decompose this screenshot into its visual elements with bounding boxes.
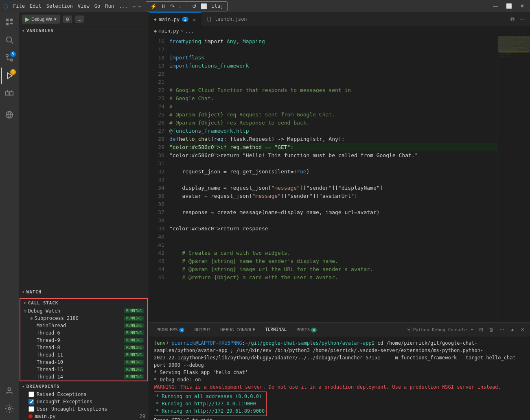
code-line: # [169,103,497,111]
more-panel-btn[interactable]: ⋯ [497,326,506,333]
app-layout: 5 1 ▶ Debug Wa ▾ ⚙ [0,12,530,420]
terminal-content[interactable]: (env) pierrick@LAPTOP-HKU5PNNG:~/git/goo… [149,337,530,420]
split-editor-btn[interactable]: ⧉ [509,15,516,24]
watch-section: ▾ WATCH [19,287,149,297]
more-btn[interactable]: ... [75,15,84,23]
source-control-icon[interactable]: 5 [1,50,18,66]
line-numbers: 1617181920212223242526272829303132333435… [149,36,169,322]
bp-checkbox[interactable] [28,392,34,397]
tab-main-py[interactable]: ◆ main.py 2 ✕ [149,12,201,26]
call-stack-item[interactable]: ⚙Subprocess 2180RUNNING [20,315,147,322]
explorer-icon[interactable] [1,14,18,30]
panel-tab-output[interactable]: OUTPUT [190,326,215,334]
delete-terminal-btn[interactable]: 🗑 [487,326,496,333]
line-number: 39 [149,225,164,233]
console-label: Python Debug Console [407,327,467,332]
call-stack-item[interactable]: Thread-11RUNNING [20,351,147,359]
search-icon[interactable] [1,32,18,48]
panel-tab-terminal[interactable]: TERMINAL [261,325,291,334]
call-stack-section: ▾ CALL STACK ⚙Debug WatchRUNNING⚙Subproc… [20,298,148,381]
minimap: from typing import Any, Mapping import f… [497,36,530,322]
menu-selection[interactable]: Selection [46,3,73,9]
maximize-panel-btn[interactable]: ▲ [508,326,517,333]
call-stack-item[interactable]: ⚙Debug WatchRUNNING [20,307,147,315]
term-line-2: * Serving Flask app 'hello_chat' [154,369,525,376]
debug-pause[interactable]: ⚡ [149,2,158,10]
call-stack-header[interactable]: ▾ CALL STACK [20,299,147,307]
code-line: # @param {Object} req Request sent from … [169,111,497,119]
call-stack-item[interactable]: Thread-15RUNNING [20,366,147,373]
menu-more[interactable]: ... [119,3,128,9]
extensions-icon[interactable] [1,85,18,102]
call-stack-item[interactable]: Thread-9RUNNING [20,337,147,344]
breakpoint-item[interactable]: User Uncaught Exceptions [19,405,149,413]
split-terminal-btn[interactable]: ⊟ [477,326,485,333]
bp-chevron: ▾ [22,384,25,389]
breakpoint-item[interactable]: main.py29 [19,413,149,420]
item-text: Subprocess 2180 [35,315,79,321]
call-stack-item[interactable]: Thread-10RUNNING [20,359,147,366]
breakpoints-header[interactable]: ▾ BREAKPOINTS [19,382,149,391]
debug-step-out[interactable]: ↑ [184,2,190,10]
remote-icon[interactable] [1,107,18,123]
debug-step-over[interactable]: ↷ [169,2,176,10]
run-debug-button[interactable]: ▶ Debug Wa ▾ [22,15,60,24]
code-line [169,200,497,208]
breakpoints-items: Raised ExceptionsUncaught ExceptionsUser… [19,391,149,420]
variables-header[interactable]: ▾ VARIABLES [19,26,149,35]
menu-run[interactable]: Run [105,3,114,9]
menu-go[interactable]: Go [94,3,100,9]
nav-forward[interactable]: → [138,3,141,9]
settings-icon[interactable] [1,400,18,417]
run-debug-icon[interactable]: 1 [1,68,18,84]
settings-btn[interactable]: ⚙ [63,15,72,23]
watch-chevron: ▾ [22,290,25,294]
code-line: display_name = request_json["message"]["… [169,184,497,192]
panel-tab-problems[interactable]: PROBLEMS4 [152,326,188,334]
menu-bar[interactable]: File Edit Selection View Go Run ... [13,3,128,9]
call-stack-item[interactable]: MainThreadRUNNING [20,322,147,329]
window-minimize[interactable]: — [491,2,500,10]
breadcrumb-file[interactable]: main.py [158,28,179,34]
code-editor[interactable]: 1617181920212223242526272829303132333435… [149,36,530,322]
breakpoint-item[interactable]: Uncaught Exceptions [19,398,149,405]
running-badge: RUNNING [124,367,144,372]
panel: PROBLEMS4 OUTPUT DEBUG CONSOLE TERMINAL … [149,322,530,420]
watch-header[interactable]: ▾ WATCH [19,288,149,296]
code-content[interactable]: from typing import Any, Mapping import f… [169,36,497,322]
debug-continue[interactable]: ⏸ [159,2,168,10]
call-stack-item[interactable]: Thread-14RUNNING [20,373,147,381]
window-maximize[interactable]: ⬜ [504,2,515,10]
bp-label: User Uncaught Exceptions [37,406,107,412]
close-panel-btn[interactable]: ✕ [519,326,527,333]
breakpoint-dot [28,414,33,418]
debug-restart[interactable]: ↺ [191,2,198,10]
tab-launch-json[interactable]: {} launch.json [201,12,252,26]
panel-tab-debug-console[interactable]: DEBUG CONSOLE [216,326,259,334]
window-close[interactable]: ✕ [518,2,527,10]
code-line: # @param {Object} res Response to send b… [169,119,497,127]
menu-edit[interactable]: Edit [30,3,42,9]
menu-file[interactable]: File [13,3,25,9]
line-number: 26 [149,119,164,127]
bp-filename: main.py [35,413,56,419]
new-terminal-btn[interactable]: + [469,326,475,333]
debug-step-into[interactable]: ↓ [177,2,183,10]
term-line-3: * Debug mode: on [154,376,525,383]
code-line [169,217,497,225]
call-stack-item[interactable]: Thread-8RUNNING [20,344,147,351]
breadcrumb-more[interactable]: ... [185,28,194,34]
bp-checkbox[interactable] [28,399,34,405]
more-tabs-btn[interactable]: ⋯ [518,15,527,24]
title-bar: ⬡ File Edit Selection View Go Run ... ← … [0,0,530,12]
call-stack-item[interactable]: Thread-6RUNNING [20,329,147,337]
breakpoint-item[interactable]: Raised Exceptions [19,391,149,398]
tab-close-main[interactable]: ✕ [193,16,196,23]
panel-tab-ports[interactable]: PORTS4 [292,326,321,334]
debug-stop[interactable]: ⬜ [199,2,209,10]
nav-back[interactable]: ← [133,3,136,9]
menu-view[interactable]: View [78,3,90,9]
account-icon[interactable] [1,383,18,399]
bp-checkbox[interactable] [28,406,34,412]
line-number: 42 [149,249,164,257]
